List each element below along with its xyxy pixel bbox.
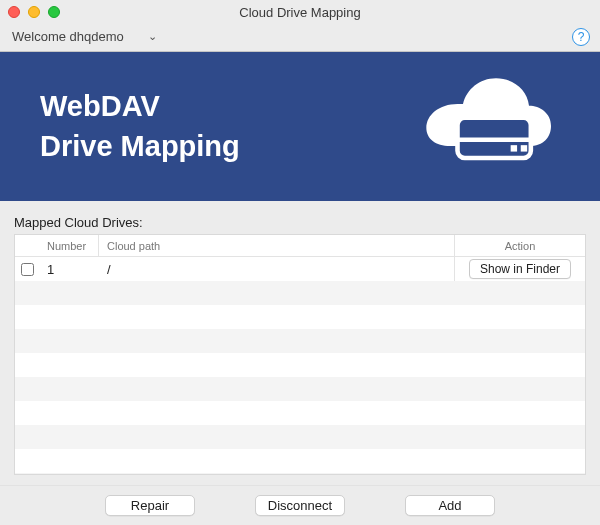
table-row [15,353,585,377]
row-number: 1 [39,257,99,281]
row-action-cell: Show in Finder [455,257,585,281]
app-window: Cloud Drive Mapping Welcome dhqdemo ⌄ ? … [0,0,600,525]
cloud-drive-icon [410,70,560,183]
close-window-button[interactable] [8,6,20,18]
table-row [15,329,585,353]
svg-rect-3 [521,145,527,151]
welcome-label: Welcome dhqdemo [12,29,124,44]
drives-table: Number Cloud path Action 1/Show in Finde… [14,234,586,475]
add-button[interactable]: Add [405,495,495,516]
banner-line1: WebDAV [40,87,240,126]
banner-title: WebDAV Drive Mapping [40,87,240,165]
disconnect-button[interactable]: Disconnect [255,495,345,516]
table-row [15,449,585,473]
minimize-window-button[interactable] [28,6,40,18]
table-row [15,281,585,305]
account-menu[interactable]: Welcome dhqdemo ⌄ [12,29,157,44]
column-header-action[interactable]: Action [455,235,585,256]
table-body: 1/Show in Finder [15,257,585,474]
titlebar: Cloud Drive Mapping [0,0,600,24]
help-button[interactable]: ? [572,28,590,46]
table-row [15,377,585,401]
maximize-window-button[interactable] [48,6,60,18]
table-row [15,473,585,474]
row-checkbox-cell [15,257,39,281]
hero-banner: WebDAV Drive Mapping [0,51,600,201]
toolbar: Welcome dhqdemo ⌄ ? [0,24,600,51]
table-row [15,401,585,425]
show-in-finder-button[interactable]: Show in Finder [469,259,571,279]
svg-rect-2 [511,145,517,151]
row-checkbox[interactable] [21,263,34,276]
column-header-number[interactable]: Number [39,235,99,256]
column-header-select [15,235,39,256]
row-cloud-path: / [99,257,455,281]
window-title: Cloud Drive Mapping [0,5,600,20]
section-label: Mapped Cloud Drives: [0,201,600,234]
table-header-row: Number Cloud path Action [15,235,585,257]
table-row [15,305,585,329]
repair-button[interactable]: Repair [105,495,195,516]
column-header-cloud-path[interactable]: Cloud path [99,235,455,256]
footer-toolbar: Repair Disconnect Add [0,485,600,525]
table-row [15,425,585,449]
chevron-down-icon: ⌄ [148,30,157,43]
banner-line2: Drive Mapping [40,127,240,166]
table-row[interactable]: 1/Show in Finder [15,257,585,281]
traffic-lights [8,6,60,18]
help-icon: ? [578,30,585,44]
